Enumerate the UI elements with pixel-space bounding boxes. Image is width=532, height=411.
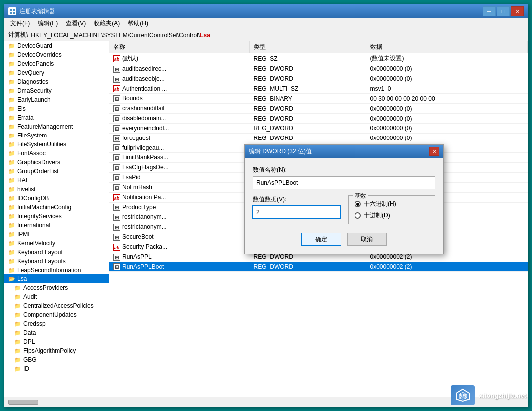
table-row[interactable]: ⊞auditbaseobje...REG_DWORD0x00000000 (0)	[109, 74, 528, 84]
tree-item-dpl[interactable]: 📁DPL	[4, 337, 109, 346]
tree-item-filesystemutils[interactable]: 📁FileSystemUtilities	[4, 140, 109, 149]
scrollbar-thumb[interactable]	[8, 400, 38, 405]
folder-icon: 📁	[8, 204, 15, 211]
tree-item-accessproviders[interactable]: 📁AccessProviders	[4, 283, 109, 292]
tree-item-data[interactable]: 📁Data	[4, 328, 109, 337]
tree-item-featuremgmt[interactable]: 📁FeatureManagement	[4, 122, 109, 131]
folder-icon: 📁	[8, 141, 15, 148]
tree-item-id[interactable]: 📁ID	[4, 364, 109, 373]
tree-item-international[interactable]: 📁International	[4, 221, 109, 230]
tree-item-keyboardlayouts[interactable]: 📁Keyboard Layouts	[4, 257, 109, 266]
minimize-button[interactable]: ─	[483, 6, 496, 16]
cell-type: REG_BINARY	[250, 94, 366, 104]
cell-type: REG_MULTI_SZ	[250, 84, 366, 94]
cell-name: abNotification Pa...	[109, 192, 250, 202]
folder-icon: 📁	[8, 186, 15, 193]
cell-name: ⊞RunAsPPL	[109, 252, 250, 262]
tree-item-initialmachineconfig[interactable]: 📁InitialMachineConfig	[4, 203, 109, 212]
svg-rect-1	[13, 9, 15, 11]
table-row[interactable]: ⊞crashonauditfailREG_DWORD0x00000000 (0)	[109, 104, 528, 114]
tree-item-kernelvelocity[interactable]: 📁KernelVelocity	[4, 239, 109, 248]
folder-icon-selected: 📂	[8, 276, 15, 282]
dialog-data-section: 数值数据(V):	[253, 195, 340, 225]
cell-name: ⊞crashonauditfail	[109, 104, 250, 114]
cell-name: ⊞Bounds	[109, 94, 250, 104]
tree-item-credssp[interactable]: 📁Credssp	[4, 319, 109, 328]
folder-icon: 📁	[8, 79, 15, 85]
dialog-name-input[interactable]	[253, 176, 435, 189]
reg-value-icon: ⊞	[113, 76, 120, 83]
table-row[interactable]: abAuthentication ...REG_MULTI_SZmsv1_0	[109, 84, 528, 94]
tree-item-deviceoverrides[interactable]: 📁DeviceOverrides	[4, 50, 109, 59]
tree-item-errata[interactable]: 📁Errata	[4, 113, 109, 122]
reg-value-icon: ⊞	[113, 254, 120, 261]
folder-icon: 📁	[8, 115, 15, 121]
tree-item-audit[interactable]: 📁Audit	[4, 292, 109, 301]
dialog-data-input[interactable]	[253, 206, 340, 219]
folder-icon: 📁	[8, 240, 15, 247]
table-row[interactable]: ⊞disabledomain...REG_DWORD0x00000000 (0)	[109, 114, 528, 124]
tree-item-centralizedaccesspolicies[interactable]: 📁CentralizedAccessPolicies	[4, 301, 109, 310]
table-row[interactable]: ⊞everyoneincludl...REG_DWORD0x00000000 (…	[109, 123, 528, 133]
menu-edit[interactable]: 编辑(E)	[34, 18, 62, 29]
radio-hex[interactable]: 十六进制(H)	[355, 200, 429, 208]
close-button[interactable]: ✕	[511, 6, 524, 16]
tree-item-devicepanels[interactable]: 📁DevicePanels	[4, 59, 109, 68]
table-row[interactable]: ⊞forceguestREG_DWORD0x00000000 (0)	[109, 133, 528, 143]
tree-item-grouporderlist[interactable]: 📁GroupOrderList	[4, 167, 109, 176]
reg-value-icon: ⊞	[113, 224, 120, 231]
cell-name: ⊞auditbasedirec...	[109, 64, 250, 74]
tree-item-ipmi[interactable]: 📁IPMI	[4, 230, 109, 239]
dialog-cancel-button[interactable]: 取消	[347, 233, 387, 246]
table-row[interactable]: ⊞BoundsREG_BINARY00 30 00 00 00 20 00 00	[109, 94, 528, 104]
tree-item-earlylaunch[interactable]: 📁EarlyLaunch	[4, 95, 109, 104]
menu-file[interactable]: 文件(F)	[6, 18, 34, 29]
folder-icon: 📁	[14, 294, 21, 300]
tree-item-els[interactable]: 📁Els	[4, 104, 109, 113]
tree-item-deviceguard[interactable]: 📁DeviceGuard	[4, 41, 109, 50]
tree-item-leapsecondinformation[interactable]: 📁LeapSecondInformation	[4, 266, 109, 274]
radio-decimal[interactable]: 十进制(D)	[355, 211, 429, 220]
table-row[interactable]: ⊞RunAsPPLBootREG_DWORD0x00000002 (2)	[109, 262, 528, 272]
tree-item-lsa[interactable]: 📂Lsa	[4, 274, 109, 283]
tree-item-graphicsdrivers[interactable]: 📁GraphicsDrivers	[4, 158, 109, 167]
reg-value-icon: ⊞	[113, 144, 120, 151]
radio-decimal-label: 十进制(D)	[364, 211, 390, 220]
tree-item-fipsalgorithmpolicy[interactable]: 📁FipsAlgorithmPolicy	[4, 346, 109, 355]
folder-icon: 📁	[14, 312, 21, 318]
tree-item-gbg[interactable]: 📁GBG	[4, 355, 109, 364]
tree-item-diagnostics[interactable]: 📁Diagnostics	[4, 77, 109, 86]
tree-item-hivelist[interactable]: 📁hivelist	[4, 185, 109, 194]
cell-type: REG_DWORD	[250, 262, 366, 272]
tree-item-integrityservices[interactable]: 📁IntegrityServices	[4, 212, 109, 221]
cell-name: ⊞RunAsPPLBoot	[109, 262, 250, 272]
svg-rect-2	[10, 12, 12, 14]
window-title: 注册表编辑器	[19, 7, 483, 16]
tree-item-devquery[interactable]: 📁DevQuery	[4, 68, 109, 77]
col-header-name: 名称	[109, 41, 250, 53]
cell-data: 0x00000000 (0)	[366, 123, 527, 133]
tree-item-keyboardlayout[interactable]: 📁Keyboard Layout	[4, 248, 109, 257]
menu-view[interactable]: 查看(V)	[62, 18, 90, 29]
tree-item-hal[interactable]: 📁HAL	[4, 176, 109, 185]
cell-name: ⊞SecureBoot	[109, 232, 250, 242]
tree-item-dmasecurity[interactable]: 📁DmaSecurity	[4, 86, 109, 95]
tree-item-fontassoc[interactable]: 📁FontAssoc	[4, 149, 109, 158]
menu-help[interactable]: 帮助(H)	[124, 18, 152, 29]
cell-type: REG_SZ	[250, 53, 366, 64]
table-row[interactable]: ab(默认)REG_SZ(数值未设置)	[109, 53, 528, 64]
tree-item-filesystem[interactable]: 📁FileSystem	[4, 131, 109, 140]
dialog-close-button[interactable]: ✕	[429, 147, 439, 156]
tree-item-idconfigdb[interactable]: 📁IDConfigDB	[4, 194, 109, 203]
col-header-data: 数据	[366, 41, 527, 53]
maximize-button[interactable]: □	[497, 6, 510, 16]
cell-type: REG_DWORD	[250, 74, 366, 84]
tree-item-componentupdates[interactable]: 📁ComponentUpdates	[4, 310, 109, 319]
table-row[interactable]: ⊞auditbasedirec...REG_DWORD0x00000000 (0…	[109, 64, 528, 74]
folder-icon: 📁	[8, 168, 15, 175]
menu-favorites[interactable]: 收藏夹(A)	[90, 18, 124, 29]
reg-value-icon: ab	[113, 55, 120, 62]
folder-icon: 📁	[8, 177, 15, 184]
dialog-ok-button[interactable]: 确定	[301, 233, 341, 246]
cell-name: ⊞fullprivilegeau...	[109, 143, 250, 153]
